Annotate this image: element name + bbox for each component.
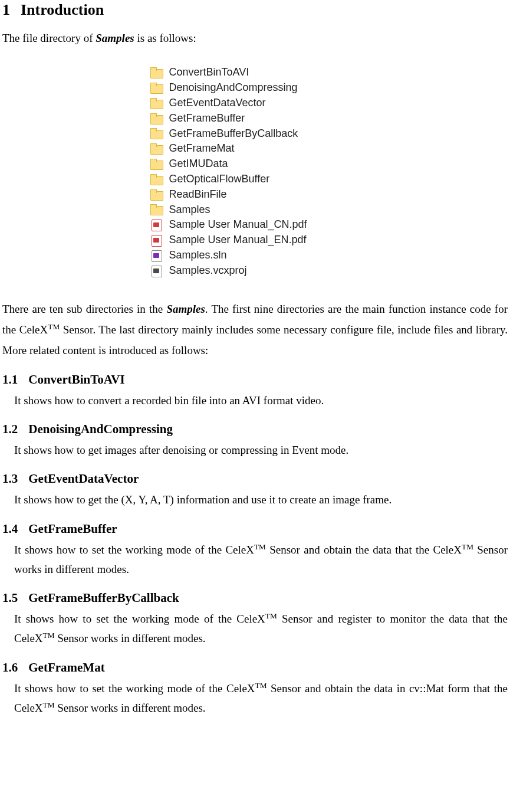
file-item: Samples [149, 202, 361, 218]
subsection-heading: 1.5GetFrameBufferByCallback [2, 591, 508, 605]
subsection-number: 1.5 [2, 591, 18, 605]
file-item: GetIMUData [149, 156, 361, 172]
body-paragraph: There are ten sub directories in the Sam… [2, 299, 508, 361]
file-name-label: Samples [169, 204, 210, 216]
para-seg-1: There are ten sub directories in the [2, 303, 166, 315]
file-item: GetEventDataVector [149, 96, 361, 111]
intro-prefix: The file directory of [2, 32, 96, 44]
subsection-title: DenoisingAndCompressing [28, 422, 173, 436]
file-item: Samples.vcxproj [149, 263, 361, 279]
file-name-label: ConvertBinToAVI [169, 67, 249, 78]
subsection-title: GetFrameBuffer [28, 522, 117, 536]
para-seg-3: Sensor. The last directory mainly includ… [2, 323, 508, 356]
intro-suffix: is as follows: [134, 32, 196, 44]
folder-icon [150, 67, 163, 78]
file-name-label: Sample User Manual_CN.pdf [169, 219, 307, 231]
visual-studio-project-icon [150, 266, 163, 276]
subsection-title: ConvertBinToAVI [28, 372, 124, 387]
subsection-body: It shows how to get the (X, Y, A, T) inf… [14, 490, 508, 509]
visual-studio-solution-icon [150, 250, 163, 261]
subsection-number: 1.6 [2, 660, 18, 675]
folder-icon [150, 128, 163, 139]
file-name-label: GetIMUData [169, 158, 228, 170]
file-list: ConvertBinToAVIDenoisingAndCompressingGe… [149, 65, 361, 278]
file-name-label: Samples.sln [169, 250, 227, 261]
intro-line: The file directory of Samples is as foll… [2, 30, 508, 47]
subsection-body: It shows how to set the working mode of … [14, 609, 508, 649]
file-name-label: ReadBinFile [169, 189, 227, 201]
pdf-file-icon [150, 235, 163, 245]
file-name-label: GetFrameBuffer [169, 113, 245, 125]
trademark-superscript: TM [48, 322, 60, 330]
file-name-label: GetFrameMat [169, 143, 235, 155]
para-bold-italic: Samples [166, 303, 205, 315]
intro-bold-italic: Samples [96, 32, 134, 44]
subsection-heading: 1.2DenoisingAndCompressing [2, 422, 508, 437]
file-name-label: GetOpticalFlowBuffer [169, 173, 270, 185]
subsection-title: GetFrameBufferByCallback [28, 591, 179, 605]
file-name-label: GetFrameBufferByCallback [169, 128, 298, 140]
subsection-body: It shows how to get images after denoisi… [14, 440, 508, 460]
folder-icon [150, 159, 163, 169]
file-name-label: Sample User Manual_EN.pdf [169, 234, 307, 246]
folder-icon [150, 113, 163, 124]
file-item: DenoisingAndCompressing [149, 80, 361, 96]
file-item: GetOpticalFlowBuffer [149, 172, 361, 187]
subsection-number: 1.1 [2, 372, 18, 387]
file-listing-figure: ConvertBinToAVIDenoisingAndCompressingGe… [149, 65, 361, 278]
section-heading: 1Introduction [2, 1, 508, 19]
file-item: Sample User Manual_EN.pdf [149, 233, 361, 248]
file-item: GetFrameBuffer [149, 111, 361, 126]
folder-icon [150, 174, 163, 185]
pdf-file-icon [150, 220, 163, 230]
file-name-label: GetEventDataVector [169, 97, 266, 109]
subsection-body: It shows how to convert a recorded bin f… [14, 391, 508, 410]
folder-icon [150, 98, 163, 109]
subsection-title: GetFrameMat [28, 660, 104, 675]
subsection-heading: 1.4GetFrameBuffer [2, 522, 508, 536]
file-name-label: DenoisingAndCompressing [169, 82, 298, 94]
subsection-number: 1.3 [2, 472, 18, 486]
subsection-number: 1.4 [2, 522, 18, 536]
subsection-heading: 1.6GetFrameMat [2, 660, 508, 675]
file-item: GetFrameBufferByCallback [149, 126, 361, 142]
subsection-heading: 1.3GetEventDataVector [2, 472, 508, 486]
section-number: 1 [2, 1, 10, 18]
folder-icon [150, 83, 163, 93]
folder-icon [150, 143, 163, 154]
file-name-label: Samples.vcxproj [169, 265, 247, 277]
subsection-body: It shows how to set the working mode of … [14, 540, 508, 579]
file-item: Sample User Manual_CN.pdf [149, 217, 361, 233]
subsection-body: It shows how to set the working mode of … [14, 679, 508, 718]
folder-icon [150, 189, 163, 200]
section-title: Introduction [21, 1, 104, 18]
file-item: GetFrameMat [149, 141, 361, 156]
file-item: ReadBinFile [149, 187, 361, 202]
folder-icon [150, 204, 163, 215]
subsection-heading: 1.1ConvertBinToAVI [2, 372, 508, 387]
subsection-title: GetEventDataVector [28, 472, 139, 486]
file-item: ConvertBinToAVI [149, 65, 361, 80]
subsection-number: 1.2 [2, 422, 18, 436]
file-item: Samples.sln [149, 248, 361, 263]
